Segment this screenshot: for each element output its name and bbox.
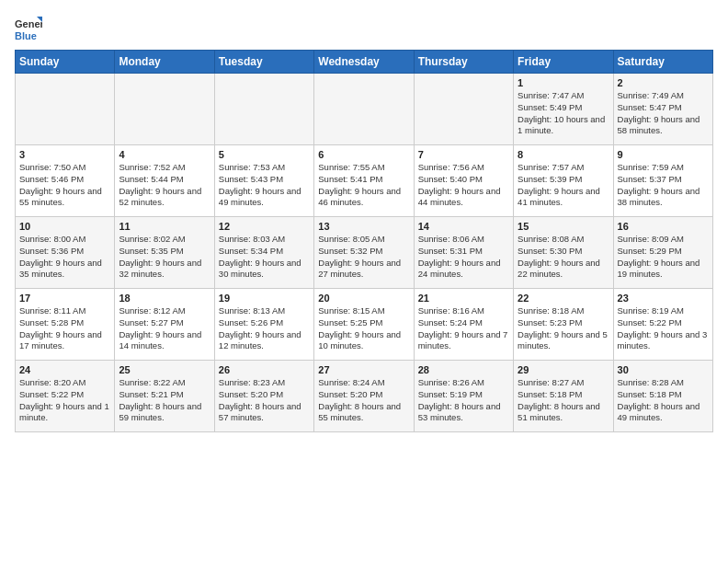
calendar-cell: 28Sunrise: 8:26 AM Sunset: 5:19 PM Dayli… (414, 361, 513, 432)
calendar-cell: 14Sunrise: 8:06 AM Sunset: 5:31 PM Dayli… (414, 217, 513, 289)
calendar-week-row: 3Sunrise: 7:50 AM Sunset: 5:46 PM Daylig… (16, 145, 713, 217)
calendar-cell: 9Sunrise: 7:59 AM Sunset: 5:37 PM Daylig… (613, 145, 712, 217)
calendar-week-row: 1Sunrise: 7:47 AM Sunset: 5:49 PM Daylig… (16, 74, 713, 145)
header: General Blue (15, 15, 713, 42)
calendar-cell: 24Sunrise: 8:20 AM Sunset: 5:22 PM Dayli… (16, 361, 115, 432)
day-number: 3 (19, 149, 110, 160)
calendar-cell: 16Sunrise: 8:09 AM Sunset: 5:29 PM Dayli… (613, 217, 712, 289)
day-number: 28 (418, 364, 509, 375)
calendar-cell: 23Sunrise: 8:19 AM Sunset: 5:22 PM Dayli… (613, 289, 712, 361)
day-info: Sunrise: 8:19 AM Sunset: 5:22 PM Dayligh… (618, 305, 709, 352)
calendar-cell: 12Sunrise: 8:03 AM Sunset: 5:34 PM Dayli… (214, 217, 313, 289)
day-info: Sunrise: 8:06 AM Sunset: 5:31 PM Dayligh… (418, 234, 509, 281)
page-container: General Blue SundayMondayTuesdayWednesda… (0, 0, 728, 442)
day-number: 7 (418, 149, 509, 160)
day-number: 11 (119, 221, 210, 232)
day-info: Sunrise: 8:05 AM Sunset: 5:32 PM Dayligh… (318, 234, 409, 281)
weekday-header: Sunday (16, 51, 115, 74)
calendar-cell (214, 74, 313, 145)
day-info: Sunrise: 7:53 AM Sunset: 5:43 PM Dayligh… (219, 162, 310, 209)
calendar-cell: 26Sunrise: 8:23 AM Sunset: 5:20 PM Dayli… (214, 361, 313, 432)
day-info: Sunrise: 8:08 AM Sunset: 5:30 PM Dayligh… (518, 234, 609, 281)
day-number: 1 (518, 77, 609, 88)
calendar-cell: 6Sunrise: 7:55 AM Sunset: 5:41 PM Daylig… (314, 145, 414, 217)
day-number: 24 (19, 364, 110, 375)
day-number: 6 (318, 149, 409, 160)
day-info: Sunrise: 8:02 AM Sunset: 5:35 PM Dayligh… (119, 234, 210, 281)
day-number: 12 (219, 221, 310, 232)
calendar-cell: 25Sunrise: 8:22 AM Sunset: 5:21 PM Dayli… (115, 361, 214, 432)
day-number: 30 (618, 364, 709, 375)
calendar-cell: 10Sunrise: 8:00 AM Sunset: 5:36 PM Dayli… (16, 217, 115, 289)
day-number: 8 (518, 149, 609, 160)
day-number: 15 (518, 221, 609, 232)
calendar-cell: 29Sunrise: 8:27 AM Sunset: 5:18 PM Dayli… (514, 361, 613, 432)
day-info: Sunrise: 8:15 AM Sunset: 5:25 PM Dayligh… (318, 305, 409, 352)
day-number: 22 (518, 293, 609, 304)
calendar-cell: 18Sunrise: 8:12 AM Sunset: 5:27 PM Dayli… (115, 289, 214, 361)
calendar-header-row: SundayMondayTuesdayWednesdayThursdayFrid… (16, 51, 713, 74)
day-info: Sunrise: 7:57 AM Sunset: 5:39 PM Dayligh… (518, 162, 609, 209)
day-number: 10 (19, 221, 110, 232)
weekday-header: Saturday (613, 51, 712, 74)
calendar-cell (16, 74, 115, 145)
day-info: Sunrise: 8:00 AM Sunset: 5:36 PM Dayligh… (19, 234, 110, 281)
day-number: 13 (318, 221, 409, 232)
calendar-cell: 15Sunrise: 8:08 AM Sunset: 5:30 PM Dayli… (514, 217, 613, 289)
day-info: Sunrise: 8:23 AM Sunset: 5:20 PM Dayligh… (219, 377, 310, 424)
day-info: Sunrise: 8:26 AM Sunset: 5:19 PM Dayligh… (418, 377, 509, 424)
calendar-cell: 2Sunrise: 7:49 AM Sunset: 5:47 PM Daylig… (613, 74, 712, 145)
day-info: Sunrise: 7:55 AM Sunset: 5:41 PM Dayligh… (318, 162, 409, 209)
calendar-week-row: 24Sunrise: 8:20 AM Sunset: 5:22 PM Dayli… (16, 361, 713, 432)
day-info: Sunrise: 8:24 AM Sunset: 5:20 PM Dayligh… (318, 377, 409, 424)
svg-text:General: General (15, 18, 42, 29)
calendar-cell: 5Sunrise: 7:53 AM Sunset: 5:43 PM Daylig… (214, 145, 313, 217)
calendar-cell: 20Sunrise: 8:15 AM Sunset: 5:25 PM Dayli… (314, 289, 414, 361)
day-number: 16 (618, 221, 709, 232)
weekday-header: Wednesday (314, 51, 414, 74)
day-number: 29 (518, 364, 609, 375)
calendar-table: SundayMondayTuesdayWednesdayThursdayFrid… (15, 50, 713, 432)
weekday-header: Tuesday (214, 51, 313, 74)
day-number: 20 (318, 293, 409, 304)
weekday-header: Friday (514, 51, 613, 74)
day-info: Sunrise: 7:47 AM Sunset: 5:49 PM Dayligh… (518, 90, 609, 137)
calendar-cell: 21Sunrise: 8:16 AM Sunset: 5:24 PM Dayli… (414, 289, 513, 361)
calendar-cell (314, 74, 414, 145)
day-number: 2 (618, 77, 709, 88)
calendar-week-row: 17Sunrise: 8:11 AM Sunset: 5:28 PM Dayli… (16, 289, 713, 361)
day-number: 14 (418, 221, 509, 232)
day-info: Sunrise: 7:56 AM Sunset: 5:40 PM Dayligh… (418, 162, 509, 209)
day-number: 18 (119, 293, 210, 304)
day-info: Sunrise: 7:50 AM Sunset: 5:46 PM Dayligh… (19, 162, 110, 209)
calendar-cell: 30Sunrise: 8:28 AM Sunset: 5:18 PM Dayli… (613, 361, 712, 432)
calendar-cell: 4Sunrise: 7:52 AM Sunset: 5:44 PM Daylig… (115, 145, 214, 217)
calendar-cell: 13Sunrise: 8:05 AM Sunset: 5:32 PM Dayli… (314, 217, 414, 289)
calendar-cell: 19Sunrise: 8:13 AM Sunset: 5:26 PM Dayli… (214, 289, 313, 361)
day-number: 4 (119, 149, 210, 160)
day-info: Sunrise: 8:16 AM Sunset: 5:24 PM Dayligh… (418, 305, 509, 352)
day-number: 17 (19, 293, 110, 304)
logo-graphic: General Blue (15, 15, 42, 42)
day-info: Sunrise: 8:11 AM Sunset: 5:28 PM Dayligh… (19, 305, 110, 352)
weekday-header: Thursday (414, 51, 513, 74)
day-info: Sunrise: 8:13 AM Sunset: 5:26 PM Dayligh… (219, 305, 310, 352)
day-info: Sunrise: 8:12 AM Sunset: 5:27 PM Dayligh… (119, 305, 210, 352)
calendar-cell: 27Sunrise: 8:24 AM Sunset: 5:20 PM Dayli… (314, 361, 414, 432)
day-info: Sunrise: 8:20 AM Sunset: 5:22 PM Dayligh… (19, 377, 110, 424)
day-info: Sunrise: 7:59 AM Sunset: 5:37 PM Dayligh… (618, 162, 709, 209)
calendar-cell: 22Sunrise: 8:18 AM Sunset: 5:23 PM Dayli… (514, 289, 613, 361)
day-info: Sunrise: 7:52 AM Sunset: 5:44 PM Dayligh… (119, 162, 210, 209)
day-info: Sunrise: 7:49 AM Sunset: 5:47 PM Dayligh… (618, 90, 709, 137)
day-info: Sunrise: 8:28 AM Sunset: 5:18 PM Dayligh… (618, 377, 709, 424)
calendar-cell: 7Sunrise: 7:56 AM Sunset: 5:40 PM Daylig… (414, 145, 513, 217)
day-info: Sunrise: 8:03 AM Sunset: 5:34 PM Dayligh… (219, 234, 310, 281)
day-number: 19 (219, 293, 310, 304)
calendar-cell: 8Sunrise: 7:57 AM Sunset: 5:39 PM Daylig… (514, 145, 613, 217)
day-info: Sunrise: 8:22 AM Sunset: 5:21 PM Dayligh… (119, 377, 210, 424)
day-number: 27 (318, 364, 409, 375)
logo: General Blue (15, 15, 42, 42)
day-number: 25 (119, 364, 210, 375)
day-number: 26 (219, 364, 310, 375)
calendar-cell: 3Sunrise: 7:50 AM Sunset: 5:46 PM Daylig… (16, 145, 115, 217)
